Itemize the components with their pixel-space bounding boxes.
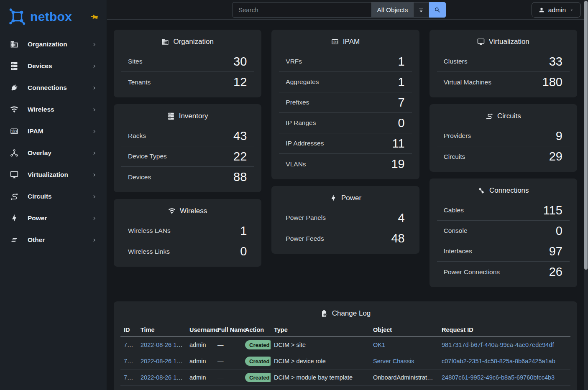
stat-label-link[interactable]: Wireless LANs [128, 227, 171, 235]
stat-label-link[interactable]: IP Addresses [286, 140, 324, 147]
change-object-link[interactable]: Server Chassis [373, 358, 414, 365]
sidebar-item-label: Power [28, 214, 47, 222]
stat-value-link[interactable]: 1 [240, 225, 247, 237]
cards-column-3: Virtualization Clusters 33 Virtual Machi… [429, 30, 577, 287]
sidebar-item[interactable]: Organization [0, 33, 107, 55]
stat-value-link[interactable]: 9 [556, 130, 562, 142]
netbox-home-link[interactable]: netbox [8, 7, 72, 26]
user-menu-button[interactable]: admin [532, 2, 581, 18]
change-type: DCIM > site [274, 342, 306, 348]
column-header: Object [370, 323, 438, 337]
stat-value-link[interactable]: 19 [391, 158, 404, 170]
stat-value-link[interactable]: 1 [398, 76, 405, 88]
column-header: Request ID [438, 323, 570, 337]
stat-value-link[interactable]: 7 [398, 97, 405, 109]
change-time-link[interactable]: 2022-08-26 14:15 [141, 374, 186, 381]
stat-label-link[interactable]: Wireless Links [128, 248, 170, 255]
sidebar-item-label: Overlay [28, 149, 51, 157]
stat-label-link[interactable]: Virtual Machines [444, 79, 491, 86]
stat-value-link[interactable]: 0 [398, 117, 405, 129]
stat-value-link[interactable]: 11 [392, 138, 405, 150]
scrollbar[interactable] [584, 0, 588, 390]
stat-value-link[interactable]: 0 [240, 245, 247, 257]
stat-label-link[interactable]: Power Connections [444, 268, 500, 276]
stat-value-link[interactable]: 26 [549, 266, 562, 278]
sidebar-item[interactable]: Overlay [0, 142, 107, 164]
chevron-right-icon [91, 107, 97, 113]
object-type-dropdown[interactable]: All Objects [371, 2, 413, 18]
card-header: Organization [114, 30, 261, 51]
stat-row: Interfaces 97 [437, 241, 570, 262]
request-id-link[interactable]: 9817317d-b67f-440a-99ca-4ae07ede94df [442, 342, 554, 348]
stat-label-link[interactable]: VRFs [286, 58, 302, 65]
caret-down-icon [569, 8, 574, 13]
chevron-right-icon [91, 85, 97, 91]
stat-label-link[interactable]: Interfaces [444, 247, 472, 255]
stat-label-link[interactable]: Circuits [444, 153, 465, 161]
stat-value-link[interactable]: 180 [542, 76, 562, 88]
changelog-row: 755 2022-08-26 14:22 admin — Created DCI… [120, 337, 570, 353]
change-time-link[interactable]: 2022-08-26 14:22 [141, 342, 186, 348]
stat-row: Sites 30 [121, 51, 254, 72]
sidebar-item[interactable]: Circuits [0, 186, 107, 207]
change-id-link[interactable]: 755 [124, 342, 134, 348]
stat-label-link[interactable]: Providers [444, 132, 471, 140]
card-header: Wireless [114, 199, 261, 221]
change-type: DCIM > module bay template [274, 374, 353, 381]
filter-button[interactable] [413, 2, 429, 18]
sidebar-item-icon [10, 171, 18, 179]
stat-label-link[interactable]: Power Feeds [286, 235, 324, 242]
changelog-row: 754 2022-08-26 14:17 admin — Created DCI… [120, 353, 570, 370]
building-icon [161, 38, 169, 46]
stat-label-link[interactable]: Devices [128, 173, 151, 181]
sidebar-item[interactable]: Connections [0, 77, 107, 99]
stat-value-link[interactable]: 48 [391, 232, 404, 245]
stat-row: Aggregates 1 [279, 72, 412, 92]
pin-sidebar-icon[interactable] [90, 13, 98, 20]
stat-label-link[interactable]: Console [444, 227, 468, 235]
stat-label-link[interactable]: Power Panels [286, 214, 326, 222]
stat-label-link[interactable]: Device Types [128, 153, 167, 160]
lightning-bolt-icon [330, 194, 337, 202]
stat-value-link[interactable]: 1 [398, 56, 405, 68]
stat-value-link[interactable]: 30 [233, 56, 247, 68]
stat-value-link[interactable]: 29 [549, 150, 562, 163]
stat-label-link[interactable]: Aggregates [286, 78, 319, 86]
stat-label-link[interactable]: Cables [444, 206, 464, 214]
stat-value-link[interactable]: 33 [549, 56, 562, 68]
stat-label-link[interactable]: Prefixes [286, 99, 309, 106]
sidebar-item[interactable]: Power [0, 207, 107, 229]
stat-label-link[interactable]: Sites [128, 58, 142, 65]
change-id-link[interactable]: 754 [124, 358, 134, 365]
search-input[interactable] [233, 2, 371, 18]
sidebar-item[interactable]: IPAM [0, 120, 107, 142]
change-object-link[interactable]: OK1 [373, 342, 385, 348]
change-id-link[interactable]: 753 [124, 374, 134, 381]
stat-value-link[interactable]: 4 [398, 212, 405, 224]
chevron-right-icon [91, 150, 97, 156]
sidebar-item-icon [10, 149, 18, 157]
stat-value-link[interactable]: 43 [233, 130, 247, 142]
stat-label-link[interactable]: IP Ranges [286, 119, 316, 127]
sidebar-item[interactable]: Wireless [0, 99, 107, 120]
stat-label-link[interactable]: VLANs [286, 161, 306, 168]
change-username: admin [189, 358, 206, 365]
sidebar-item[interactable]: Virtualization [0, 164, 107, 186]
stat-label-link[interactable]: Clusters [444, 58, 468, 65]
stat-value-link[interactable]: 88 [233, 171, 247, 183]
stat-value-link[interactable]: 12 [233, 76, 247, 88]
change-time-link[interactable]: 2022-08-26 14:17 [141, 358, 186, 365]
stat-value-link[interactable]: 22 [233, 150, 247, 163]
wireless-card: Wireless Wireless LANs 1 Wireless Links [114, 199, 261, 267]
stat-label-link[interactable]: Racks [128, 132, 146, 140]
request-id-link[interactable]: 24807c61-9952-49c6-b8a5-69760bfcc4b3 [442, 374, 555, 381]
request-id-link[interactable]: c07f0ab2-2351-4c58-825a-8b6a2425a1ab [442, 358, 555, 365]
sidebar-item[interactable]: Other [0, 229, 107, 251]
scrollbar-thumb[interactable] [584, 1, 588, 270]
stat-value-link[interactable]: 115 [543, 204, 562, 217]
stat-value-link[interactable]: 97 [549, 245, 562, 257]
stat-label-link[interactable]: Tenants [128, 79, 151, 86]
sidebar-item[interactable]: Devices [0, 55, 107, 77]
stat-value-link[interactable]: 0 [556, 225, 562, 237]
search-button[interactable] [429, 2, 446, 18]
